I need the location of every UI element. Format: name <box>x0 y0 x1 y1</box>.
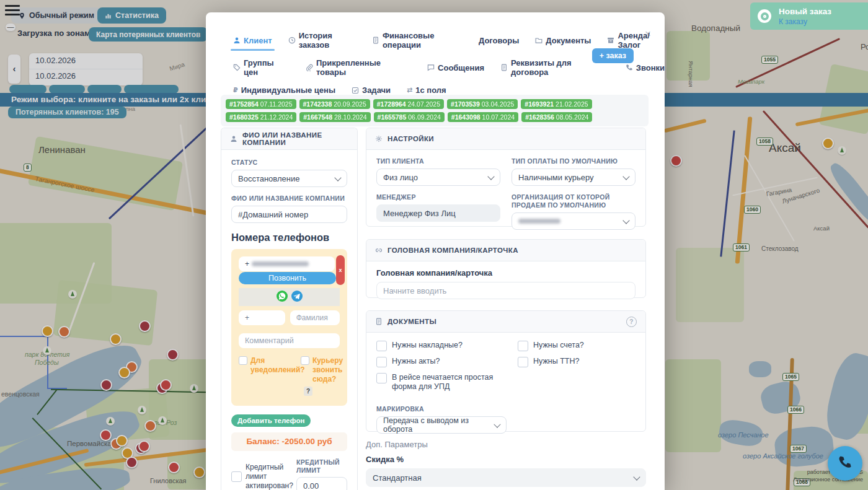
tab-Задачи[interactable]: Задачи <box>352 85 391 95</box>
payment-type-value: Наличными курьеру <box>518 173 594 182</box>
link-icon <box>375 247 383 254</box>
doc-checkbox[interactable] <box>376 373 387 383</box>
payment-type-select[interactable]: Наличными курьеру <box>512 168 636 186</box>
extra-params-title: Доп. Параметры <box>366 440 646 449</box>
order-badge[interactable]: #165578506.09.2024 <box>374 112 445 122</box>
credit-limit-input[interactable]: 0.00 <box>296 477 347 490</box>
discount-select[interactable]: Стандартная <box>366 468 646 487</box>
order-badge[interactable]: #162835608.05.2024 <box>521 112 592 122</box>
company-name-input[interactable]: #Домашний номер <box>231 206 347 223</box>
marking-value: Передача с выводом из оборота <box>383 416 495 434</box>
tab-Группы цен[interactable]: Группы цен <box>233 58 290 77</box>
comment-input[interactable]: Комментарий <box>239 333 340 348</box>
tab-Индивидуальные цены[interactable]: ₽Индивидуальные цены <box>233 85 335 95</box>
archive-icon <box>607 37 614 44</box>
folder-icon <box>535 37 542 44</box>
status-label: СТАТУС <box>231 159 347 166</box>
client-info-card: ФИО ИЛИ НАЗВАНИЕ КОМПАНИИ СТАТУС Восстан… <box>221 128 358 490</box>
order-badge[interactable]: #175285407.11.2025 <box>226 99 296 109</box>
notification-title: Новый заказ <box>779 7 831 16</box>
whatsapp-icon[interactable] <box>277 291 288 304</box>
client-card-title: ФИО ИЛИ НАЗВАНИЕ КОМПАНИИ <box>242 131 348 146</box>
order-history-badges: #175285407.11.2025#174233820.09.2025#172… <box>221 95 649 126</box>
doc-checkbox[interactable] <box>518 341 528 351</box>
tab-Клиент[interactable]: Клиент <box>233 36 272 45</box>
manager-input: Менеджер Физ Лиц <box>376 204 500 222</box>
gear-icon <box>375 135 383 142</box>
tab-1с поля[interactable]: ⇄1с поля <box>407 85 446 95</box>
doc-checkbox-label: Нужны ТТН? <box>533 357 579 366</box>
doc-checkbox-label: Нужны акты? <box>392 357 440 366</box>
tab-Аренда/Залог[interactable]: Аренда/Залог <box>607 31 665 50</box>
file-icon <box>500 64 508 71</box>
order-dot-icon <box>758 9 771 23</box>
credit-limit-checkbox-label: Кредитный лимит активирован? <box>246 463 293 490</box>
order-badge[interactable]: #172896424.07.2025 <box>373 99 444 109</box>
manager-label: МЕНЕДЖЕР <box>376 193 500 201</box>
phone-icon <box>838 455 852 472</box>
head-company-input[interactable]: Начните вводить <box>376 282 636 299</box>
user-icon <box>233 37 241 44</box>
redacted-phone-number <box>252 261 309 266</box>
tab-Финансовые операции[interactable]: Финансовые операции <box>372 31 463 50</box>
status-select[interactable]: Восстановление <box>231 170 347 187</box>
marking-select[interactable]: Передача с выводом из оборота <box>376 416 507 434</box>
courier-call-checkbox[interactable] <box>301 356 309 365</box>
client-type-value: Физ лицо <box>383 173 418 182</box>
telegram-icon[interactable] <box>291 291 303 304</box>
phone-icon <box>626 64 633 71</box>
phone-prefix-input[interactable]: + <box>239 310 285 325</box>
tab-Звонки[interactable]: Звонки <box>626 63 665 72</box>
head-company-title: ГОЛОВНАЯ КОМПАНИЯ/КАРТОЧКА <box>388 247 518 254</box>
tab-label: Аренда/Залог <box>618 31 665 50</box>
order-badge[interactable]: #169392121.02.2025 <box>521 99 591 109</box>
tab-История заказов[interactable]: История заказов <box>288 31 356 50</box>
name-label: ФИО ИЛИ НАЗВАНИЕ КОМПАНИИ <box>231 195 347 202</box>
doc-checkbox[interactable] <box>518 357 528 367</box>
tab-label: Звонки <box>636 63 665 72</box>
order-badge[interactable]: #166754828.10.2024 <box>299 112 370 122</box>
clip-icon <box>306 64 313 71</box>
redacted-organization <box>518 219 560 224</box>
order-badge[interactable]: #174233820.09.2025 <box>299 99 370 109</box>
tab-Документы[interactable]: Документы <box>535 36 591 45</box>
company-name-value: #Домашний номер <box>238 210 308 219</box>
organization-label: ОРГАНИЗАЦИЯ ОТ КОТОРОЙ ПРОДАЕМ ПО УМОЛЧА… <box>512 193 636 209</box>
doc-checkbox[interactable] <box>376 341 387 351</box>
phone-number-input[interactable]: + <box>239 256 335 271</box>
extra-params-section: Доп. Параметры Скидка % Стандартная Н………… <box>366 440 646 490</box>
documents-header: ДОКУМЕНТЫ ? <box>366 311 645 333</box>
credit-limit-checkbox[interactable] <box>231 471 242 482</box>
head-company-placeholder: Начните вводить <box>383 286 446 295</box>
client-type-label: ТИП КЛИЕНТА <box>376 157 500 165</box>
new-order-notification[interactable]: Новый заказ К заказу <box>750 2 868 30</box>
order-badge[interactable]: #164309810.07.2024 <box>448 112 518 122</box>
lastname-input[interactable]: Фамилия <box>290 310 340 325</box>
add-phone-button[interactable]: Добавить телефон <box>231 414 311 427</box>
order-badge[interactable]: #170353903.04.2025 <box>447 99 518 109</box>
head-company-label: Головная компания/карточка <box>376 268 636 278</box>
new-order-button[interactable]: + заказ <box>592 48 634 63</box>
remove-phone-button[interactable]: x <box>336 255 345 285</box>
organization-select[interactable] <box>512 212 636 230</box>
messenger-strip <box>239 288 340 306</box>
tab-label: 1с поля <box>415 85 446 95</box>
notification-link[interactable]: К заказу <box>779 17 831 26</box>
doc-checkbox[interactable] <box>376 357 387 367</box>
marking-label: МАРКИРОВКА <box>376 405 636 413</box>
documents-help-icon[interactable]: ? <box>626 317 637 327</box>
client-type-select[interactable]: Физ лицо <box>376 168 500 186</box>
call-button[interactable]: Позвонить <box>239 272 336 284</box>
status-value: Восстановление <box>238 174 299 183</box>
ruble-icon: ₽ <box>233 86 238 94</box>
call-fab-button[interactable] <box>828 446 862 481</box>
notifications-checkbox[interactable] <box>239 356 247 365</box>
tab-label: Договоры <box>479 36 519 45</box>
help-button[interactable]: ? <box>304 387 312 396</box>
tab-label: Индивидуальные цены <box>241 85 335 95</box>
tab-Договоры[interactable]: Договоры <box>479 36 519 45</box>
order-badge[interactable]: #168032521.12.2024 <box>226 112 296 122</box>
tab-Сообщения[interactable]: Сообщения <box>427 63 484 72</box>
credit-limit-value: 0.00 <box>303 481 319 490</box>
tab-Прикрепленные товары[interactable]: Прикрепленные товары <box>306 58 411 77</box>
